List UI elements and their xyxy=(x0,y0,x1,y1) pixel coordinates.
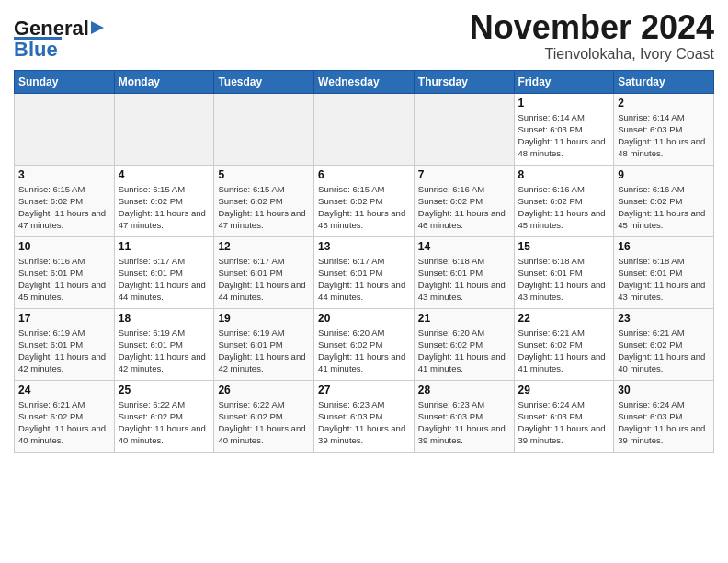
day-number: 4 xyxy=(119,168,210,181)
page: General Blue November 2024 Tienvolokaha,… xyxy=(0,0,728,466)
day-info: Sunrise: 6:15 AM Sunset: 6:02 PM Dayligh… xyxy=(18,183,110,232)
day-info: Sunrise: 6:23 AM Sunset: 6:03 PM Dayligh… xyxy=(318,398,410,447)
calendar-week-3: 10Sunrise: 6:16 AM Sunset: 6:01 PM Dayli… xyxy=(15,236,714,308)
day-number: 9 xyxy=(618,168,710,181)
weekday-header-tuesday: Tuesday xyxy=(214,70,314,93)
day-info: Sunrise: 6:23 AM Sunset: 6:03 PM Dayligh… xyxy=(418,398,510,447)
page-title: November 2024 xyxy=(470,9,714,46)
calendar-cell: 6Sunrise: 6:15 AM Sunset: 6:02 PM Daylig… xyxy=(314,165,415,236)
day-number: 20 xyxy=(318,312,410,325)
calendar-cell: 17Sunrise: 6:19 AM Sunset: 6:01 PM Dayli… xyxy=(15,308,115,380)
weekday-header-monday: Monday xyxy=(114,70,214,93)
day-number: 17 xyxy=(18,312,110,325)
day-number: 8 xyxy=(518,168,610,181)
calendar-cell: 23Sunrise: 6:21 AM Sunset: 6:02 PM Dayli… xyxy=(614,308,714,380)
calendar-cell xyxy=(214,93,314,165)
calendar-cell: 28Sunrise: 6:23 AM Sunset: 6:03 PM Dayli… xyxy=(414,380,514,452)
day-info: Sunrise: 6:22 AM Sunset: 6:02 PM Dayligh… xyxy=(218,398,310,447)
calendar-week-1: 1Sunrise: 6:14 AM Sunset: 6:03 PM Daylig… xyxy=(15,93,714,165)
day-info: Sunrise: 6:18 AM Sunset: 6:01 PM Dayligh… xyxy=(418,255,510,304)
calendar-cell: 30Sunrise: 6:24 AM Sunset: 6:03 PM Dayli… xyxy=(614,380,714,452)
day-info: Sunrise: 6:24 AM Sunset: 6:03 PM Dayligh… xyxy=(518,398,610,447)
calendar-cell: 2Sunrise: 6:14 AM Sunset: 6:03 PM Daylig… xyxy=(614,93,714,165)
calendar-cell: 16Sunrise: 6:18 AM Sunset: 6:01 PM Dayli… xyxy=(614,236,714,308)
calendar-cell: 25Sunrise: 6:22 AM Sunset: 6:02 PM Dayli… xyxy=(114,380,214,452)
day-number: 25 xyxy=(119,384,210,396)
calendar-cell xyxy=(314,93,415,165)
day-number: 3 xyxy=(18,168,110,181)
calendar-cell: 3Sunrise: 6:15 AM Sunset: 6:02 PM Daylig… xyxy=(15,165,115,236)
weekday-header-sunday: Sunday xyxy=(15,70,115,93)
day-number: 10 xyxy=(18,240,110,253)
day-info: Sunrise: 6:15 AM Sunset: 6:02 PM Dayligh… xyxy=(218,183,310,232)
calendar-cell: 18Sunrise: 6:19 AM Sunset: 6:01 PM Dayli… xyxy=(114,308,214,380)
calendar-cell: 19Sunrise: 6:19 AM Sunset: 6:01 PM Dayli… xyxy=(214,308,314,380)
calendar-cell: 12Sunrise: 6:17 AM Sunset: 6:01 PM Dayli… xyxy=(214,236,314,308)
day-number: 14 xyxy=(418,240,510,253)
day-info: Sunrise: 6:20 AM Sunset: 6:02 PM Dayligh… xyxy=(418,327,510,375)
calendar-week-2: 3Sunrise: 6:15 AM Sunset: 6:02 PM Daylig… xyxy=(15,165,714,236)
calendar-cell: 5Sunrise: 6:15 AM Sunset: 6:02 PM Daylig… xyxy=(214,165,314,236)
calendar-cell: 27Sunrise: 6:23 AM Sunset: 6:03 PM Dayli… xyxy=(314,380,415,452)
day-info: Sunrise: 6:16 AM Sunset: 6:02 PM Dayligh… xyxy=(518,183,610,232)
day-number: 15 xyxy=(518,240,610,253)
weekday-header-friday: Friday xyxy=(514,70,614,93)
calendar-week-4: 17Sunrise: 6:19 AM Sunset: 6:01 PM Dayli… xyxy=(15,308,714,380)
calendar-cell: 15Sunrise: 6:18 AM Sunset: 6:01 PM Dayli… xyxy=(514,236,614,308)
day-number: 11 xyxy=(119,240,210,253)
day-number: 22 xyxy=(518,312,610,325)
day-info: Sunrise: 6:16 AM Sunset: 6:01 PM Dayligh… xyxy=(18,255,110,304)
calendar-cell xyxy=(114,93,214,165)
calendar-cell: 21Sunrise: 6:20 AM Sunset: 6:02 PM Dayli… xyxy=(414,308,514,380)
page-subtitle: Tienvolokaha, Ivory Coast xyxy=(470,46,714,63)
calendar-cell: 26Sunrise: 6:22 AM Sunset: 6:02 PM Dayli… xyxy=(214,380,314,452)
day-info: Sunrise: 6:21 AM Sunset: 6:02 PM Dayligh… xyxy=(18,398,110,447)
calendar-cell: 22Sunrise: 6:21 AM Sunset: 6:02 PM Dayli… xyxy=(514,308,614,380)
calendar-cell: 8Sunrise: 6:16 AM Sunset: 6:02 PM Daylig… xyxy=(514,165,614,236)
day-info: Sunrise: 6:21 AM Sunset: 6:02 PM Dayligh… xyxy=(618,327,710,375)
calendar-cell: 10Sunrise: 6:16 AM Sunset: 6:01 PM Dayli… xyxy=(15,236,115,308)
day-info: Sunrise: 6:19 AM Sunset: 6:01 PM Dayligh… xyxy=(119,327,210,375)
day-number: 30 xyxy=(618,384,710,396)
title-block: November 2024 Tienvolokaha, Ivory Coast xyxy=(470,9,714,63)
calendar-cell: 1Sunrise: 6:14 AM Sunset: 6:03 PM Daylig… xyxy=(514,93,614,165)
calendar-cell: 24Sunrise: 6:21 AM Sunset: 6:02 PM Dayli… xyxy=(15,380,115,452)
day-info: Sunrise: 6:16 AM Sunset: 6:02 PM Dayligh… xyxy=(418,183,510,232)
calendar-cell: 9Sunrise: 6:16 AM Sunset: 6:02 PM Daylig… xyxy=(614,165,714,236)
weekday-header-saturday: Saturday xyxy=(614,70,714,93)
day-number: 29 xyxy=(518,384,610,396)
day-number: 16 xyxy=(618,240,710,253)
day-number: 2 xyxy=(618,97,710,109)
day-number: 23 xyxy=(618,312,710,325)
day-info: Sunrise: 6:17 AM Sunset: 6:01 PM Dayligh… xyxy=(318,255,410,304)
day-info: Sunrise: 6:17 AM Sunset: 6:01 PM Dayligh… xyxy=(218,255,310,304)
day-info: Sunrise: 6:19 AM Sunset: 6:01 PM Dayligh… xyxy=(18,327,110,375)
day-info: Sunrise: 6:22 AM Sunset: 6:02 PM Dayligh… xyxy=(119,398,210,447)
day-number: 7 xyxy=(418,168,510,181)
logo-arrow-icon xyxy=(91,19,108,36)
day-number: 1 xyxy=(518,97,610,109)
day-number: 26 xyxy=(218,384,310,396)
calendar-cell: 11Sunrise: 6:17 AM Sunset: 6:01 PM Dayli… xyxy=(114,236,214,308)
logo-blue: Blue xyxy=(14,38,58,62)
day-number: 21 xyxy=(418,312,510,325)
day-info: Sunrise: 6:21 AM Sunset: 6:02 PM Dayligh… xyxy=(518,327,610,375)
day-number: 27 xyxy=(318,384,410,396)
calendar-cell: 20Sunrise: 6:20 AM Sunset: 6:02 PM Dayli… xyxy=(314,308,415,380)
calendar-table: SundayMondayTuesdayWednesdayThursdayFrid… xyxy=(14,70,714,453)
day-info: Sunrise: 6:16 AM Sunset: 6:02 PM Dayligh… xyxy=(618,183,710,232)
day-number: 12 xyxy=(218,240,310,253)
day-number: 28 xyxy=(418,384,510,396)
day-info: Sunrise: 6:15 AM Sunset: 6:02 PM Dayligh… xyxy=(119,183,210,232)
calendar-header-row: SundayMondayTuesdayWednesdayThursdayFrid… xyxy=(15,70,714,93)
day-info: Sunrise: 6:15 AM Sunset: 6:02 PM Dayligh… xyxy=(318,183,410,232)
day-info: Sunrise: 6:19 AM Sunset: 6:01 PM Dayligh… xyxy=(218,327,310,375)
calendar-cell: 7Sunrise: 6:16 AM Sunset: 6:02 PM Daylig… xyxy=(414,165,514,236)
day-info: Sunrise: 6:20 AM Sunset: 6:02 PM Dayligh… xyxy=(318,327,410,375)
day-info: Sunrise: 6:14 AM Sunset: 6:03 PM Dayligh… xyxy=(518,111,610,160)
day-number: 24 xyxy=(18,384,110,396)
calendar-cell: 13Sunrise: 6:17 AM Sunset: 6:01 PM Dayli… xyxy=(314,236,415,308)
weekday-header-wednesday: Wednesday xyxy=(314,70,415,93)
day-info: Sunrise: 6:18 AM Sunset: 6:01 PM Dayligh… xyxy=(618,255,710,304)
day-number: 6 xyxy=(318,168,410,181)
